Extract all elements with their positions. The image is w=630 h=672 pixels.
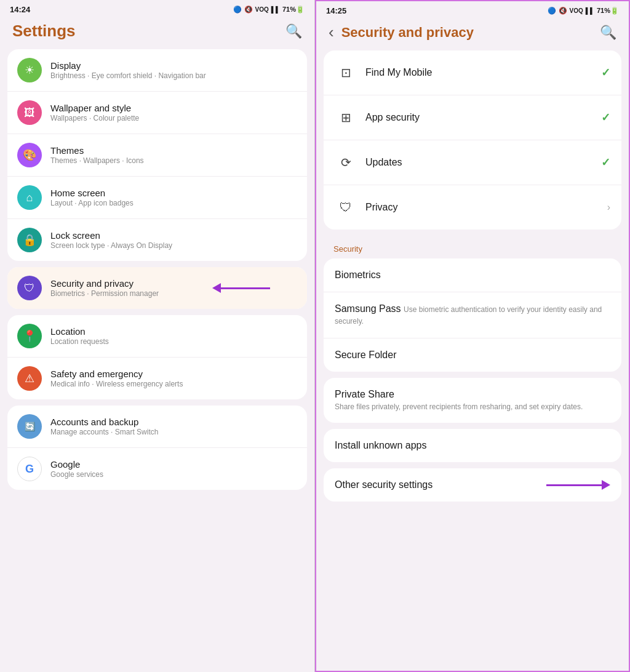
location-title: Location [50,326,109,337]
left-panel: 14:24 🔵🔇VOQ▌▌71%🔋 Settings 🔍 ☀ Display B… [0,0,315,672]
security-section-label: Security [324,236,621,258]
privacy-chevron-icon: › [607,202,610,213]
wallpaper-icon: 🖼 [17,100,42,125]
left-header-title: Settings [12,22,76,41]
display-subtitle: Brightness · Eye comfort shield · Naviga… [50,71,206,80]
find-my-mobile-title: Find My Mobile [365,67,432,78]
updates-title: Updates [365,157,402,168]
accounts-item[interactable]: 🔄 Accounts and backup Manage accounts · … [7,406,307,448]
private-share-subtitle: Share files privately, prevent recipient… [335,402,610,412]
biometrics-item[interactable]: Biometrics [324,258,621,292]
google-subtitle: Google services [50,470,103,479]
arrow-head-icon [212,283,221,293]
app-security-check-icon: ✓ [601,111,610,124]
homescreen-subtitle: Layout · App icon badges [50,199,134,207]
settings-card-1: ☀ Display Brightness · Eye comfort shiel… [7,49,307,261]
security-items-card: Biometrics Samsung Pass Use biometric au… [324,258,621,372]
left-status-bar: 14:24 🔵🔇VOQ▌▌71%🔋 [0,0,314,17]
app-security-item[interactable]: ⊞ App security ✓ [324,95,621,140]
app-security-icon: ⊞ [335,106,357,129]
security-privacy-icon: 🛡 [17,276,42,300]
themes-item[interactable]: 🎨 Themes Themes · Wallpapers · Icons [7,134,307,177]
right-content: ⊡ Find My Mobile ✓ ⊞ App security ✓ ⟳ Up… [316,50,629,671]
settings-card-3: 📍 Location Location requests ⚠ Safety an… [7,315,307,399]
lockscreen-title: Lock screen [50,230,172,241]
back-button[interactable]: ‹ [329,23,334,42]
safety-subtitle: Medical info · Wireless emergency alerts [50,380,183,388]
safety-item[interactable]: ⚠ Safety and emergency Medical info · Wi… [7,358,307,399]
homescreen-item[interactable]: ⌂ Home screen Layout · App icon badges [7,177,307,219]
safety-icon: ⚠ [17,366,42,391]
other-security-card: Other security settings [324,468,621,502]
security-privacy-item[interactable]: 🛡 Security and privacy Biometrics · Perm… [7,267,307,309]
arrow-line [221,287,270,289]
lockscreen-subtitle: Screen lock type · Always On Display [50,241,172,250]
security-privacy-subtitle: Biometrics · Permission manager [50,289,159,298]
safety-title: Safety and emergency [50,369,183,379]
right-arrow-line [546,484,602,486]
right-time: 14:25 [326,6,346,15]
install-unknown-apps-title: Install unknown apps [335,440,426,450]
accounts-title: Accounts and backup [50,417,158,427]
other-security-title: Other security settings [335,479,433,490]
security-privacy-title: Security and privacy [50,278,159,289]
google-icon: G [17,457,42,481]
location-item[interactable]: 📍 Location Location requests [7,315,307,358]
right-status-bar: 14:25 🔵🔇VOQ▌▌71%🔋 [316,1,629,18]
lockscreen-item[interactable]: 🔒 Lock screen Screen lock type · Always … [7,219,307,261]
find-my-mobile-icon: ⊡ [335,62,357,84]
google-title: Google [50,459,103,470]
wallpaper-item[interactable]: 🖼 Wallpaper and style Wallpapers · Colou… [7,92,307,134]
app-security-title: App security [365,112,420,123]
left-status-icons: 🔵🔇VOQ▌▌71%🔋 [233,6,305,14]
display-item[interactable]: ☀ Display Brightness · Eye comfort shiel… [7,49,307,92]
right-arrow-annotation [546,480,610,490]
private-share-card[interactable]: Private Share Share files privately, pre… [324,378,621,423]
lockscreen-icon: 🔒 [17,228,42,252]
samsung-pass-item[interactable]: Samsung Pass Use biometric authenticatio… [324,292,621,338]
right-header: ‹ Security and privacy 🔍 [316,18,629,50]
top-security-card: ⊡ Find My Mobile ✓ ⊞ App security ✓ ⟳ Up… [324,50,621,230]
install-unknown-apps-item[interactable]: Install unknown apps [324,429,621,462]
themes-icon: 🎨 [17,143,42,167]
private-share-title: Private Share [335,389,394,399]
samsung-pass-title: Samsung Pass [335,303,401,314]
other-security-item[interactable]: Other security settings [324,468,621,502]
location-subtitle: Location requests [50,337,109,346]
biometrics-title: Biometrics [335,270,381,280]
left-search-icon[interactable]: 🔍 [285,23,302,39]
left-time: 14:24 [10,5,30,14]
privacy-icon: 🛡 [335,196,357,218]
updates-check-icon: ✓ [601,156,610,169]
settings-card-4: 🔄 Accounts and backup Manage accounts · … [7,406,307,490]
accounts-subtitle: Manage accounts · Smart Switch [50,428,158,436]
location-icon: 📍 [17,324,42,348]
updates-icon: ⟳ [335,151,357,174]
themes-subtitle: Themes · Wallpapers · Icons [50,156,144,165]
display-title: Display [50,60,206,71]
homescreen-title: Home screen [50,188,134,198]
right-panel: 14:25 🔵🔇VOQ▌▌71%🔋 ‹ Security and privacy… [315,0,630,672]
right-header-title: Security and privacy [341,25,474,41]
right-arrow-head-icon [602,480,610,490]
find-my-mobile-item[interactable]: ⊡ Find My Mobile ✓ [324,50,621,95]
homescreen-icon: ⌂ [17,185,42,210]
secure-folder-item[interactable]: Secure Folder [324,338,621,372]
right-status-icons: 🔵🔇VOQ▌▌71%🔋 [548,7,619,15]
privacy-title: Privacy [365,202,397,213]
right-search-icon[interactable]: 🔍 [600,25,616,41]
accounts-icon: 🔄 [17,414,42,439]
secure-folder-title: Secure Folder [335,350,397,360]
display-icon: ☀ [17,58,42,82]
themes-title: Themes [50,145,144,156]
find-my-mobile-check-icon: ✓ [601,66,610,79]
left-arrow-annotation [212,283,270,293]
left-header: Settings 🔍 [0,17,314,49]
wallpaper-subtitle: Wallpapers · Colour palette [50,114,139,122]
privacy-item[interactable]: 🛡 Privacy › [324,185,621,230]
settings-card-2: 🛡 Security and privacy Biometrics · Perm… [7,267,307,309]
google-item[interactable]: G Google Google services [7,448,307,490]
updates-item[interactable]: ⟳ Updates ✓ [324,140,621,185]
wallpaper-title: Wallpaper and style [50,103,139,113]
